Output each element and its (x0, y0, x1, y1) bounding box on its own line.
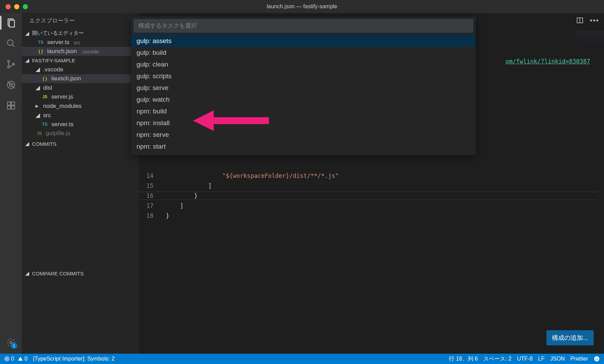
folder-item[interactable]: ◢src (22, 111, 139, 120)
chevron-down-icon: ◢ (25, 270, 30, 276)
svg-rect-12 (11, 106, 14, 109)
code-line[interactable]: } (166, 192, 198, 199)
file-item[interactable]: JSgulpfile.js (22, 129, 139, 138)
source-control-icon[interactable] (6, 59, 17, 70)
code-line[interactable]: "${workspaceFolder}/dist/**/*.js" (166, 172, 339, 179)
code-link[interactable]: om/fwlink/?linkid=830387 (505, 58, 590, 65)
line-number: 14 (139, 172, 164, 179)
status-cursor[interactable]: 行 16、列 6 (449, 355, 478, 363)
quick-picker-item[interactable]: gulp: assets (131, 35, 476, 47)
folder-item[interactable]: ◢dist (22, 83, 139, 92)
chevron-icon: ◢ (36, 66, 40, 73)
file-icon: TS (37, 40, 44, 45)
search-icon[interactable] (6, 38, 17, 49)
commits-header[interactable]: ◢ COMMITS (22, 139, 139, 148)
more-actions-icon[interactable]: ••• (590, 17, 599, 26)
add-configuration-button[interactable]: 構成の追加... (546, 330, 594, 345)
maximize-window-button[interactable] (23, 4, 28, 9)
chevron-icon: ◢ (36, 84, 40, 91)
split-editor-icon[interactable] (576, 17, 584, 26)
status-indent[interactable]: スペース: 2 (483, 355, 512, 363)
chevron-down-icon: ◢ (25, 30, 30, 37)
quick-picker-item[interactable]: npm: install (131, 117, 476, 129)
close-window-button[interactable] (6, 4, 11, 9)
svg-point-4 (8, 60, 10, 62)
svg-rect-10 (7, 102, 10, 105)
status-feedback-icon[interactable] (594, 356, 600, 362)
quick-picker-item[interactable]: npm: start (131, 141, 476, 152)
status-problems[interactable]: 0 0 (4, 356, 28, 362)
status-prettier[interactable]: Prettier (570, 356, 588, 362)
quick-picker-item[interactable]: gulp: watch (131, 94, 476, 105)
chevron-icon: ▸ (36, 102, 40, 110)
svg-rect-11 (7, 106, 10, 109)
quick-picker: gulp: assetsgulp: buildgulp: cleangulp: … (131, 17, 476, 155)
quick-picker-input[interactable] (134, 19, 473, 32)
file-icon: JS (41, 94, 49, 99)
file-icon: { } (37, 49, 44, 54)
file-icon: { } (41, 76, 49, 81)
open-editors-header[interactable]: ◢ 開いているエディター (22, 29, 139, 38)
open-editor-item[interactable]: { }launch.json.vscode (22, 47, 139, 56)
extensions-icon[interactable] (6, 100, 17, 111)
file-icon: JS (36, 131, 43, 136)
quick-picker-item[interactable]: gulp: build (131, 47, 476, 59)
folder-item[interactable]: ▸node_modules (22, 101, 139, 111)
quick-picker-item[interactable]: gulp: scripts (131, 70, 476, 82)
status-bar: 0 0 [TypeScript Importer]: Symbols: 2 行 … (0, 354, 604, 364)
window-title: launch.json — fastify-sample (267, 3, 338, 10)
svg-rect-13 (11, 102, 14, 105)
activity-bar: 1 (0, 13, 22, 354)
svg-point-21 (595, 358, 596, 358)
file-item[interactable]: JSserver.js (22, 92, 139, 101)
sidebar-title: エクスプローラー (22, 13, 139, 29)
code-line[interactable]: } (166, 212, 169, 219)
status-ts-importer[interactable]: [TypeScript Importer]: Symbols: 2 (33, 356, 115, 362)
debug-icon[interactable] (6, 79, 17, 90)
quick-picker-item[interactable]: gulp: clean (131, 59, 476, 70)
code-line[interactable]: ] (166, 182, 212, 189)
svg-line-3 (12, 45, 14, 47)
open-editor-item[interactable]: TSserver.tssrc (22, 38, 139, 47)
line-number: 18 (139, 212, 164, 219)
line-number: 17 (139, 202, 164, 209)
settings-badge: 1 (11, 343, 17, 349)
svg-point-20 (594, 356, 600, 362)
status-language[interactable]: JSON (550, 356, 565, 362)
folder-item[interactable]: ◢.vscode (22, 65, 139, 74)
minimize-window-button[interactable] (14, 4, 19, 9)
sidebar: エクスプローラー ◢ 開いているエディター TSserver.tssrc{ }l… (22, 13, 139, 354)
current-line-highlight (139, 192, 597, 200)
status-eol[interactable]: LF (538, 356, 545, 362)
window-controls (0, 4, 28, 9)
status-encoding[interactable]: UTF-8 (517, 356, 533, 362)
chevron-icon: ◢ (36, 112, 40, 119)
project-header[interactable]: ◢ FASTIFY-SAMPLE (22, 56, 139, 65)
compare-commits-header[interactable]: ◢ COMPARE COMMITS (22, 269, 139, 278)
code-line[interactable]: ] (166, 202, 183, 209)
quick-picker-item[interactable]: npm: serve (131, 129, 476, 141)
svg-rect-1 (9, 20, 14, 27)
svg-point-5 (8, 66, 10, 68)
titlebar: launch.json — fastify-sample (0, 0, 604, 13)
chevron-down-icon: ◢ (25, 141, 30, 147)
file-item[interactable]: TSserver.ts (22, 120, 139, 129)
settings-icon[interactable]: 1 (6, 337, 17, 348)
explorer-icon[interactable] (6, 17, 17, 28)
svg-point-22 (597, 358, 598, 358)
quick-picker-item[interactable]: npm: build (131, 105, 476, 117)
file-item[interactable]: { }launch.json (22, 74, 139, 83)
svg-point-2 (7, 40, 13, 46)
chevron-down-icon: ◢ (25, 57, 30, 63)
line-number: 15 (139, 182, 164, 189)
file-icon: TS (41, 122, 49, 127)
quick-picker-item[interactable]: gulp: serve (131, 82, 476, 94)
